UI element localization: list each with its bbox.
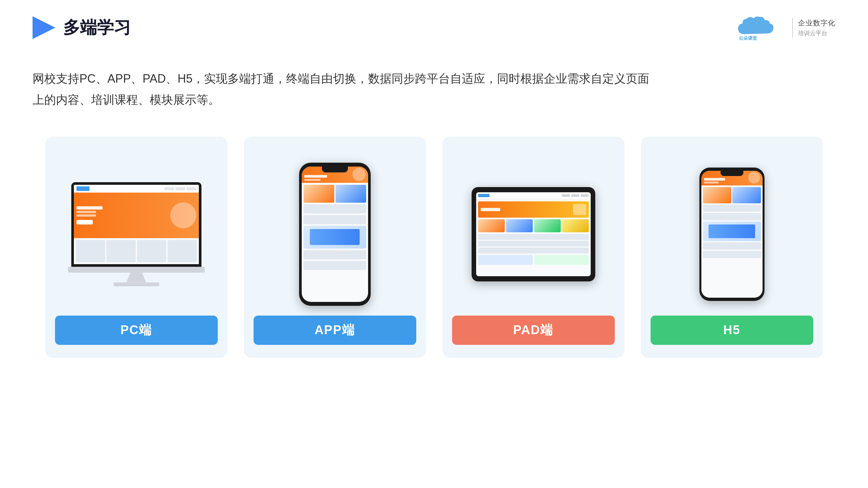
hero-btn	[76, 220, 93, 225]
svg-text:云朵课堂: 云朵课堂	[739, 35, 757, 41]
h5-title-area	[704, 178, 725, 184]
logo-area: 云朵课堂 企业数字化 培训云平台	[735, 13, 835, 42]
monitor-base	[68, 267, 205, 273]
phone-screen	[302, 167, 368, 302]
monitor-hero	[74, 193, 199, 238]
cloud-logo: 云朵课堂	[735, 13, 787, 42]
mini-card-inner-1	[304, 185, 334, 203]
phone-notch	[322, 167, 348, 172]
card-label-text-h5: H5	[723, 323, 740, 337]
tablet-card-4	[562, 219, 589, 232]
tablet-card-2	[506, 219, 533, 232]
tablet-list-item-2	[478, 241, 589, 247]
tablet-content	[476, 199, 591, 276]
card-h5: H5	[641, 137, 823, 358]
content-block-3	[137, 240, 166, 262]
pad-image-area	[452, 153, 615, 316]
phone-mini-card-2	[336, 185, 366, 203]
h5-content	[701, 186, 763, 298]
h5-title-line	[704, 178, 725, 181]
logo-tagline-1: 企业数字化	[798, 18, 835, 28]
logo-text-area: 企业数字化 培训云平台	[798, 18, 835, 37]
tablet-nav-items	[562, 194, 589, 197]
tablet-bottom-card-2	[534, 255, 589, 265]
content-block-2	[106, 240, 136, 262]
svg-marker-0	[33, 16, 55, 39]
mini-card-inner-2	[336, 185, 366, 203]
nav-btn-1	[164, 187, 174, 190]
monitor-foot	[114, 282, 159, 286]
content-block-4	[167, 240, 197, 262]
card-label-app: APP端	[253, 316, 416, 345]
page-header: 多端学习 云朵课堂 企业数字化 培训云平台	[0, 0, 868, 42]
h5-list-1	[703, 205, 761, 212]
nav-btn-3	[186, 187, 196, 190]
h5-mini-1	[703, 187, 732, 203]
tablet-cards	[478, 219, 589, 232]
monitor-screen	[71, 182, 202, 267]
phone-small-screen	[701, 171, 763, 298]
h5-list-3	[703, 242, 761, 250]
h5-list-4	[703, 251, 761, 258]
tablet-nav	[476, 192, 591, 199]
h5-mini-2	[732, 187, 761, 203]
h5-image-area	[651, 153, 813, 316]
play-icon	[33, 16, 55, 39]
card-label-text-pc: PC端	[120, 322, 152, 338]
phone-title-2	[304, 179, 320, 181]
card-pad: PAD端	[442, 137, 625, 358]
header-left: 多端学习	[33, 16, 131, 39]
phone-card-row-1	[304, 185, 366, 203]
tablet-list-item-3	[478, 248, 589, 254]
h5-card-row	[703, 187, 761, 203]
h5-subtitle-line	[704, 182, 719, 184]
card-pc: PC端	[45, 137, 227, 358]
nav-btn-2	[176, 187, 185, 190]
pc-image-area	[55, 153, 218, 316]
h5-list-2	[703, 213, 761, 220]
card-label-pc: PC端	[55, 316, 218, 345]
card-label-text-app: APP端	[314, 322, 355, 338]
monitor-nav	[74, 185, 199, 193]
phone-list-1	[304, 204, 366, 214]
card-label-h5: H5	[651, 316, 813, 345]
hero-avatar	[170, 202, 196, 228]
monitor-stand	[127, 273, 146, 282]
tablet-bottom-row	[478, 255, 589, 265]
phone-mockup	[299, 163, 371, 306]
tablet-list-item-1	[478, 234, 589, 240]
phone-img-section	[304, 226, 366, 249]
description-line1: 网校支持PC、APP、PAD、H5，实现多端打通，终端自由切换，数据同步跨平台自…	[33, 68, 683, 90]
monitor-mockup	[65, 182, 208, 286]
tablet-screen	[476, 192, 591, 276]
tablet-mockup	[472, 187, 595, 282]
tablet-card-3	[534, 219, 561, 232]
content-block-1	[76, 240, 105, 262]
h5-img-section	[703, 222, 761, 241]
phone-title-1	[304, 175, 327, 177]
hero-line-1	[76, 206, 102, 209]
tablet-nav-item-3	[581, 194, 589, 197]
tablet-list	[478, 234, 589, 254]
hero-line-2	[76, 211, 96, 213]
monitor-nav-btns	[164, 187, 196, 190]
description-line2: 上的内容、培训课程、模块展示等。	[33, 90, 683, 110]
phone-small-mockup	[700, 167, 765, 301]
phone-content	[302, 183, 368, 302]
phone-list-4	[304, 261, 366, 270]
tablet-nav-item-1	[562, 194, 570, 197]
h5-avatar	[748, 172, 760, 184]
description-text: 网校支持PC、APP、PAD、H5，实现多端打通，终端自由切换，数据同步跨平台自…	[0, 42, 716, 110]
phone-list-3	[304, 250, 366, 259]
phone-avatar	[352, 168, 366, 181]
phone-list-2	[304, 215, 366, 224]
card-label-text-pad: PAD端	[513, 322, 553, 338]
monitor-content	[74, 238, 199, 264]
tablet-bottom-card-1	[478, 255, 533, 265]
phone-img-inner	[310, 229, 360, 245]
card-label-pad: PAD端	[452, 316, 615, 345]
logo-divider	[792, 18, 793, 37]
card-app: APP端	[244, 137, 426, 358]
monitor-screen-inner	[74, 185, 199, 264]
h5-img-inner	[709, 225, 755, 238]
